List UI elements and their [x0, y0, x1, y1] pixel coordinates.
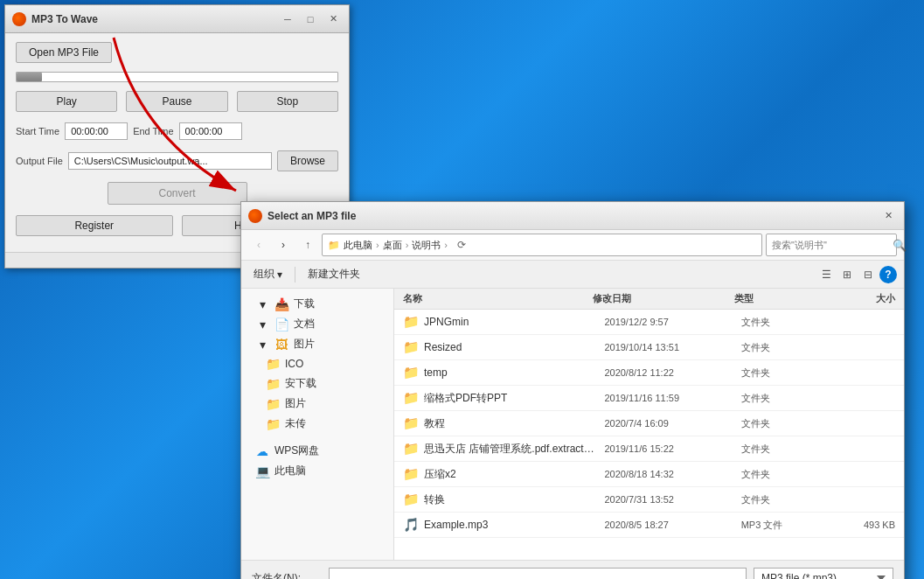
file-row-type: 文件夹: [741, 366, 829, 380]
view-grid-button[interactable]: ⊞: [837, 265, 857, 284]
file-row-name: 思迅天店 店铺管理系统.pdf.extracted_i...: [424, 442, 599, 457]
col-size-header[interactable]: 大小: [829, 292, 895, 305]
pictures-chevron-icon: ▾: [255, 338, 269, 352]
col-type-header[interactable]: 类型: [734, 292, 829, 305]
organize-button[interactable]: 组织 ▾: [248, 264, 288, 284]
start-time-input[interactable]: [65, 122, 128, 140]
search-input[interactable]: [772, 240, 893, 250]
table-row[interactable]: 📁temp2020/8/12 11:22文件夹: [394, 360, 904, 386]
minimize-button[interactable]: ─: [279, 10, 296, 28]
file-dialog-close-button[interactable]: ✕: [879, 207, 897, 225]
search-submit-button[interactable]: 🔍: [893, 239, 907, 252]
docs-folder-icon: 📄: [274, 317, 288, 331]
play-button[interactable]: Play: [16, 91, 117, 112]
address-crumb-desktop[interactable]: 桌面: [383, 239, 402, 252]
end-time-input[interactable]: [179, 122, 242, 140]
file-row-date: 2020/7/31 13:52: [604, 494, 735, 505]
progress-bar-fill: [17, 73, 42, 81]
table-row[interactable]: 🎵Example.mp32020/8/5 18:27MP3 文件493 KB: [394, 513, 904, 538]
file-list-area: 名称 修改日期 类型 大小 📁JPNGmin2019/12/2 9:57文件夹📁…: [394, 289, 904, 560]
folder-icon: 📁: [403, 441, 419, 457]
file-name-input[interactable]: [329, 568, 747, 579]
new-folder-button[interactable]: 新建文件夹: [302, 264, 365, 284]
address-bar[interactable]: 📁 此电脑 › 桌面 › 说明书 › ⟳: [322, 234, 762, 256]
maximize-button[interactable]: □: [302, 10, 319, 28]
file-row-date: 2019/10/14 13:51: [604, 342, 735, 352]
sidebar-pictures2-label: 图片: [285, 396, 306, 411]
table-row[interactable]: 📁缩格式PDF转PPT2019/11/16 11:59文件夹: [394, 386, 904, 411]
download-folder-icon: 📥: [274, 297, 288, 311]
file-dialog-title: Select an MP3 file: [267, 210, 874, 222]
stop-button[interactable]: Stop: [237, 91, 338, 112]
browse-button[interactable]: Browse: [277, 150, 338, 171]
register-button[interactable]: Register: [16, 215, 173, 236]
sidebar-item-thispc[interactable]: 💻 此电脑: [241, 461, 393, 481]
file-dialog-icon: [248, 209, 262, 223]
open-mp3-button[interactable]: Open MP3 File: [16, 42, 112, 63]
file-name-row: 文件名(N): MP3 file (*.mp3): [252, 568, 893, 579]
docs-chevron-icon: ▾: [255, 317, 269, 331]
table-row[interactable]: 📁压缩x22020/8/18 14:32文件夹: [394, 462, 904, 487]
table-row[interactable]: 📁教程2020/7/4 16:09文件夹: [394, 411, 904, 436]
file-row-size: 493 KB: [834, 520, 895, 530]
pause-button[interactable]: Pause: [126, 91, 227, 112]
file-row-type: 文件夹: [741, 443, 829, 456]
folder-icon: 📁: [403, 314, 419, 330]
sidebar-pictures-label: 图片: [294, 337, 315, 352]
address-crumb-folder[interactable]: 说明书: [412, 239, 441, 252]
file-type-select[interactable]: MP3 file (*.mp3): [754, 568, 893, 579]
sidebar-docs-label: 文档: [294, 317, 315, 331]
output-file-label: Output File: [16, 156, 63, 166]
file-name-label: 文件名(N):: [252, 571, 322, 580]
view-details-button[interactable]: ☰: [816, 265, 836, 284]
sidebar-item-ico[interactable]: 📁 ICO: [241, 354, 393, 373]
pictures-folder-icon: 🖼: [274, 338, 288, 352]
file-row-type: MP3 文件: [741, 519, 829, 532]
help-button[interactable]: ?: [879, 266, 897, 283]
table-row[interactable]: 📁Resized2019/10/14 13:51文件夹: [394, 335, 904, 360]
sidebar-item-unuploaded[interactable]: 📁 未传: [241, 414, 393, 434]
folder-icon: 📁: [403, 339, 419, 355]
wps-cloud-icon: ☁: [255, 444, 269, 458]
sidebar-item-docs[interactable]: ▾ 📄 文档: [241, 314, 393, 334]
sidebar-item-pictures2[interactable]: 📁 图片: [241, 394, 393, 414]
view-icon-button[interactable]: ⊟: [858, 265, 878, 284]
sidebar-item-pictures[interactable]: ▾ 🖼 图片: [241, 334, 393, 354]
table-row[interactable]: 📁转换2020/7/31 13:52文件夹: [394, 487, 904, 513]
file-action-bar: 组织 ▾ 新建文件夹 ☰ ⊞ ⊟ ?: [241, 261, 904, 289]
file-row-date: 2020/8/12 11:22: [604, 367, 735, 378]
file-row-date: 2019/12/2 9:57: [604, 317, 735, 327]
address-crumb-pc[interactable]: 此电脑: [344, 239, 372, 252]
table-row[interactable]: 📁JPNGmin2019/12/2 9:57文件夹: [394, 310, 904, 335]
end-time-label: End Time: [133, 126, 173, 136]
folder-icon: 📁: [403, 415, 419, 431]
col-name-header[interactable]: 名称: [403, 292, 593, 305]
back-button[interactable]: ‹: [248, 234, 269, 255]
address-folder-icon: 📁: [328, 240, 340, 251]
file-row-date: 2020/8/5 18:27: [604, 520, 735, 530]
file-list-header: 名称 修改日期 类型 大小: [394, 289, 904, 310]
sidebar-item-anxz[interactable]: 📁 安下载: [241, 373, 393, 394]
refresh-button[interactable]: ⟳: [453, 236, 470, 254]
file-dialog: Select an MP3 file ✕ ‹ › ↑ 📁 此电脑 › 桌面 › …: [240, 201, 905, 579]
col-date-header[interactable]: 修改日期: [593, 292, 734, 305]
close-button[interactable]: ✕: [324, 10, 342, 28]
up-button[interactable]: ↑: [297, 234, 318, 255]
anxz-folder-icon: 📁: [266, 377, 280, 391]
table-row[interactable]: 📁思迅天店 店铺管理系统.pdf.extracted_i...2019/11/6…: [394, 436, 904, 462]
sidebar-item-wps[interactable]: ☁ WPS网盘: [241, 441, 393, 461]
view-buttons: ☰ ⊞ ⊟ ?: [816, 265, 897, 284]
mp3-titlebar: MP3 To Wave ─ □ ✕: [5, 5, 349, 33]
folder-icon: 📁: [403, 390, 419, 406]
organize-label: 组织: [254, 267, 274, 282]
mp3-window-title: MP3 To Wave: [31, 13, 274, 25]
file-row-date: 2019/11/16 11:59: [604, 393, 735, 403]
forward-button[interactable]: ›: [273, 234, 294, 255]
file-sidebar: ▾ 📥 下载 ▾ 📄 文档 ▾ 🖼 图片 📁 ICO: [241, 289, 394, 560]
file-row-name: 转换: [424, 492, 599, 507]
convert-button[interactable]: Convert: [108, 182, 247, 205]
mp3-file-icon: 🎵: [403, 517, 419, 533]
search-bar[interactable]: 🔍: [766, 234, 897, 256]
file-row-name: temp: [424, 366, 599, 379]
sidebar-item-download[interactable]: ▾ 📥 下载: [241, 294, 393, 314]
